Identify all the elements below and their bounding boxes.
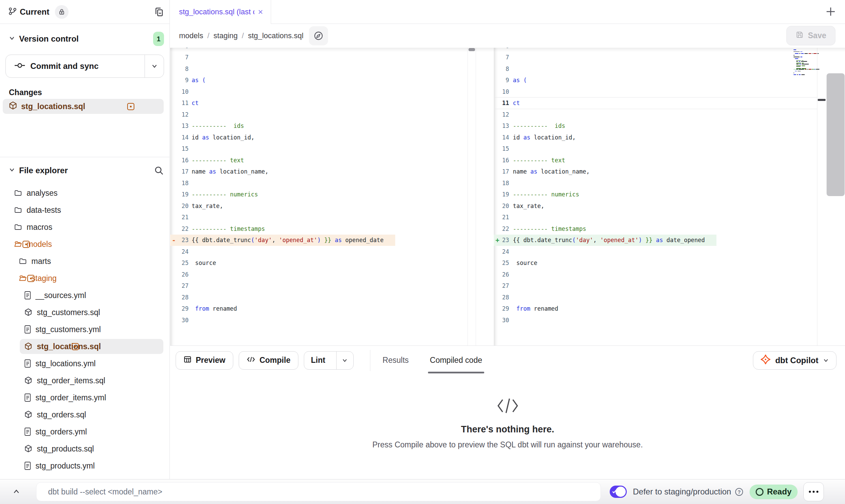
code-line-right-24[interactable]: 24 [494, 246, 817, 257]
code-line-left-19[interactable]: 19---------- numerics [170, 189, 468, 201]
commit-and-sync-main[interactable]: Commit and sync [6, 55, 145, 77]
code-line-left-9[interactable]: 9as ( [170, 75, 468, 86]
code-line-left-24[interactable]: 24 [170, 246, 468, 257]
code-line-right-20[interactable]: 20tax_rate, [494, 200, 817, 212]
code-line-left-11[interactable]: 11ct [170, 98, 468, 109]
lint-options-chevron[interactable] [336, 352, 353, 369]
status-ready-badge[interactable]: Ready [750, 485, 798, 499]
file-item-stg_locations.sql[interactable]: stg_locations.sql [0, 338, 169, 355]
editor-scrollbar-thumb[interactable] [469, 48, 475, 51]
file-explorer-header[interactable]: File explorer [0, 162, 169, 179]
copy-tabs-icon[interactable] [154, 7, 164, 17]
code-line-left-22[interactable]: 22---------- timestamps [170, 223, 468, 235]
file-item-stg_customers.sql[interactable]: stg_customers.sql [0, 304, 169, 321]
tab-results[interactable]: Results [383, 346, 409, 375]
code-line-left-17[interactable]: 17name as location_name, [170, 166, 468, 178]
code-line-right-27[interactable]: 27 [494, 280, 817, 292]
code-line-left-13[interactable]: 13---------- ids [170, 120, 468, 132]
code-line-right-25[interactable]: 25 source [494, 257, 817, 269]
code-line-right-16[interactable]: 16---------- text [494, 154, 817, 166]
code-line-right-8[interactable]: 8 [494, 63, 817, 75]
save-button[interactable]: Save [786, 26, 835, 45]
code-line-right-12[interactable]: 12 [494, 109, 817, 120]
code-line-right-14[interactable]: 14id as location_id, [494, 132, 817, 143]
code-line-left-14[interactable]: 14id as location_id, [170, 132, 468, 143]
dbt-command-input[interactable] [48, 487, 589, 496]
editor-pane-modified[interactable]: 6789as (1011ct1213---------- ids14id as … [494, 48, 817, 345]
code-line-left-7[interactable]: 7 [170, 52, 468, 63]
code-line-right-26[interactable]: 26 [494, 269, 817, 280]
code-line-left-20[interactable]: 20tax_rate, [170, 200, 468, 212]
new-tab-plus-icon[interactable] [825, 5, 837, 18]
code-line-left-16[interactable]: 16---------- text [170, 154, 468, 166]
code-line-right-19[interactable]: 19---------- numerics [494, 189, 817, 201]
compass-icon[interactable] [309, 26, 328, 45]
file-item-stg_locations.yml[interactable]: stg_locations.yml [0, 355, 169, 372]
compile-button[interactable]: Compile [239, 351, 298, 370]
file-item-models[interactable]: models [0, 236, 169, 253]
search-icon[interactable] [154, 165, 164, 176]
code-line-right-15[interactable]: 15 [494, 143, 817, 155]
code-line-right-21[interactable]: 21 [494, 212, 817, 223]
page-scrollbar-thumb[interactable] [827, 73, 845, 196]
branch-selector[interactable]: Current [8, 5, 69, 19]
commit-options-chevron[interactable] [145, 55, 164, 77]
close-tab-icon[interactable] [257, 9, 264, 15]
breadcrumb-staging[interactable]: staging [213, 31, 238, 40]
code-line-left-28[interactable]: 28 [170, 292, 468, 303]
code-line-right-30[interactable]: 30 [494, 314, 817, 326]
preview-button[interactable]: Preview [176, 351, 233, 370]
code-line-left-21[interactable]: 21 [170, 212, 468, 223]
tab-compiled-code[interactable]: Compiled code [430, 346, 482, 375]
file-item-stg_customers.yml[interactable]: stg_customers.yml [0, 321, 169, 338]
minimap[interactable] [794, 49, 817, 76]
file-item-__sources.yml[interactable]: __sources.yml [0, 287, 169, 304]
ellipsis-menu-button[interactable] [803, 482, 824, 501]
code-line-right-9[interactable]: 9as ( [494, 75, 817, 86]
code-line-left-23[interactable]: -23{{ dbt.date_trunc('day', 'opened_at')… [170, 235, 468, 246]
code-line-right-10[interactable]: 10 [494, 86, 817, 98]
file-item-stg_orders.yml[interactable]: stg_orders.yml [0, 423, 169, 440]
tab-stg-locations[interactable]: stg_locations.sql (last co... [170, 0, 271, 24]
defer-toggle[interactable] [610, 486, 627, 498]
file-item-stg_order_items.sql[interactable]: stg_order_items.sql [0, 372, 169, 389]
chevron-up-icon[interactable] [4, 487, 28, 496]
dbt-copilot-button[interactable]: dbt Copilot [753, 351, 836, 370]
code-line-right-29[interactable]: 29 from renamed [494, 303, 817, 315]
code-line-right-11[interactable]: 11ct [494, 98, 817, 109]
file-item-stg_order_items.yml[interactable]: stg_order_items.yml [0, 389, 169, 406]
code-line-right-23[interactable]: +23{{ dbt.date_trunc('day', 'opened_at')… [494, 235, 817, 246]
code-line-left-25[interactable]: 25 source [170, 257, 468, 269]
code-line-right-22[interactable]: 22---------- timestamps [494, 223, 817, 235]
code-line-left-18[interactable]: 18 [170, 177, 468, 189]
lint-button[interactable]: Lint [304, 352, 332, 369]
file-item-macros[interactable]: macros [0, 219, 169, 236]
code-line-left-12[interactable]: 12 [170, 109, 468, 120]
file-item-marts[interactable]: marts [0, 253, 169, 270]
code-line-right-6[interactable]: 6 [494, 48, 817, 52]
code-line-right-17[interactable]: 17name as location_name, [494, 166, 817, 178]
breadcrumb-models[interactable]: models [179, 31, 203, 40]
help-icon[interactable]: ? [735, 488, 743, 496]
file-item-analyses[interactable]: analyses [0, 184, 169, 202]
code-line-right-13[interactable]: 13---------- ids [494, 120, 817, 132]
version-control-header[interactable]: Version control 1 [0, 26, 169, 52]
code-line-left-27[interactable]: 27 [170, 280, 468, 292]
editor-scrollbar-track[interactable] [468, 48, 476, 345]
code-line-left-30[interactable]: 30 [170, 314, 468, 326]
code-line-left-26[interactable]: 26 [170, 269, 468, 280]
file-item-stg_products.yml[interactable]: stg_products.yml [0, 457, 169, 474]
code-line-left-6[interactable]: 6 [170, 48, 468, 52]
code-line-right-7[interactable]: 7 [494, 52, 817, 63]
editor-pane-original[interactable]: 6789as (1011ct1213---------- ids14id as … [170, 48, 468, 345]
code-line-left-10[interactable]: 10 [170, 86, 468, 98]
code-line-right-18[interactable]: 18 [494, 177, 817, 189]
file-item-stg_products.sql[interactable]: stg_products.sql [0, 440, 169, 457]
breadcrumb-file[interactable]: stg_locations.sql [248, 31, 303, 40]
file-item-stg_orders.sql[interactable]: stg_orders.sql [0, 406, 169, 423]
code-line-left-15[interactable]: 15 [170, 143, 468, 155]
code-line-right-28[interactable]: 28 [494, 292, 817, 303]
file-item-staging[interactable]: staging [0, 270, 169, 287]
code-line-left-8[interactable]: 8 [170, 63, 468, 75]
file-item-data-tests[interactable]: data-tests [0, 202, 169, 219]
